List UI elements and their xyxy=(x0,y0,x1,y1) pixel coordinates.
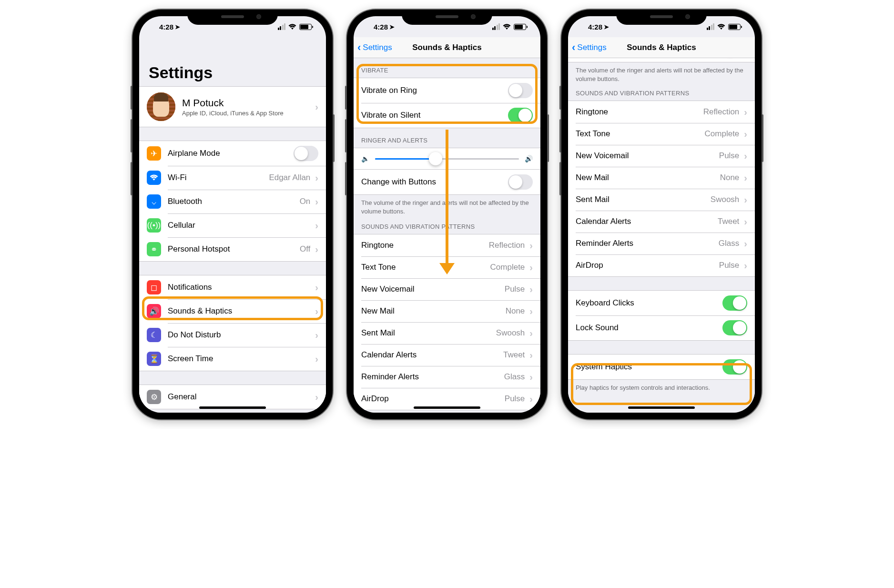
chevron-left-icon: ‹ xyxy=(572,41,575,54)
status-bar: 4:28 ➤ xyxy=(139,16,326,37)
newmail-row[interactable]: New MailNone› xyxy=(354,300,540,322)
calendar-row[interactable]: Calendar AlertsTweet› xyxy=(354,344,540,366)
sentmail-row[interactable]: Sent MailSwoosh› xyxy=(354,322,540,344)
airplane-icon: ✈ xyxy=(147,146,161,161)
volume-slider[interactable] xyxy=(375,158,519,160)
profile-row[interactable]: M Potuck Apple ID, iCloud, iTunes & App … xyxy=(139,87,326,127)
chevron-icon: › xyxy=(744,151,747,162)
airdrop-row[interactable]: AirDropPulse› xyxy=(568,254,755,276)
vibrate-on-silent-row[interactable]: Vibrate on Silent xyxy=(354,103,540,128)
home-indicator[interactable] xyxy=(199,406,266,409)
nav-title: Sounds & Haptics xyxy=(412,43,481,52)
dnd-row[interactable]: ☾ Do Not Disturb › xyxy=(139,323,326,347)
battery-icon xyxy=(514,24,526,30)
keyboard-clicks-row[interactable]: Keyboard Clicks xyxy=(568,291,755,315)
texttone-row[interactable]: Text ToneComplete› xyxy=(354,256,540,278)
wifi-icon xyxy=(503,24,511,30)
section-vibrate: VIBRATE xyxy=(354,58,540,78)
sounds-haptics-row[interactable]: 🔊 Sounds & Haptics › xyxy=(139,299,326,323)
profile-name: M Potuck xyxy=(182,97,284,109)
volume-slider-row[interactable]: 🔈 🔊 xyxy=(354,148,540,170)
notifications-row[interactable]: ◻ Notifications › xyxy=(139,275,326,299)
battery-icon xyxy=(299,24,312,30)
bluetooth-icon: ⌵ xyxy=(147,194,161,209)
screentime-row[interactable]: ⏳ Screen Time › xyxy=(139,347,326,371)
sounds-icon: 🔊 xyxy=(147,304,161,318)
ringer-footer: The volume of the ringer and alerts will… xyxy=(568,62,755,87)
home-indicator[interactable] xyxy=(414,406,480,409)
voicemail-row[interactable]: New VoicemailPulse› xyxy=(568,145,755,167)
chevron-icon: › xyxy=(315,392,318,403)
back-button[interactable]: ‹ Settings xyxy=(357,41,392,54)
sentmail-row[interactable]: Sent MailSwoosh› xyxy=(568,189,755,211)
speaker-high-icon: 🔊 xyxy=(525,155,533,162)
signal-icon xyxy=(707,23,715,30)
texttone-row[interactable]: Text ToneComplete› xyxy=(568,123,755,145)
chevron-icon: › xyxy=(744,129,747,140)
cellular-icon: ((•)) xyxy=(147,218,161,233)
speaker-low-icon: 🔈 xyxy=(361,155,369,162)
chevron-icon: › xyxy=(315,354,318,365)
nav-bar: ‹ Settings Sounds & Haptics xyxy=(568,37,755,58)
chevron-icon: › xyxy=(529,240,533,251)
chevron-icon: › xyxy=(744,260,747,271)
chevron-icon: › xyxy=(315,330,318,341)
airplane-mode-row[interactable]: ✈ Airplane Mode xyxy=(139,141,326,166)
system-haptics-row[interactable]: System Haptics xyxy=(568,355,755,379)
wifi-settings-icon xyxy=(147,171,161,185)
status-time: 4:28 xyxy=(159,23,173,31)
hourglass-icon: ⏳ xyxy=(147,352,161,366)
lock-sound-row[interactable]: Lock Sound xyxy=(568,315,755,340)
nav-title: Sounds & Haptics xyxy=(627,43,696,52)
wifi-icon xyxy=(717,24,725,30)
chevron-icon: › xyxy=(529,350,533,361)
change-buttons-switch[interactable] xyxy=(508,174,533,190)
chevron-icon: › xyxy=(315,282,318,293)
ringtone-row[interactable]: RingtoneReflection› xyxy=(568,101,755,123)
general-row[interactable]: ⚙ General › xyxy=(139,385,326,409)
avatar xyxy=(147,92,175,121)
phone-frame-1: 4:28 ➤ Settings M Potuck Apple ID, iClou… xyxy=(132,10,333,419)
ringtone-row[interactable]: RingtoneReflection› xyxy=(354,234,540,256)
airplane-switch[interactable] xyxy=(294,146,318,161)
chevron-icon: › xyxy=(315,196,318,207)
vibrate-silent-switch[interactable] xyxy=(508,108,533,123)
wifi-icon xyxy=(288,24,296,30)
lock-sound-switch[interactable] xyxy=(722,320,747,335)
back-button[interactable]: ‹ Settings xyxy=(572,41,607,54)
chevron-icon: › xyxy=(529,262,533,273)
change-with-buttons-row[interactable]: Change with Buttons xyxy=(354,170,540,194)
hotspot-row[interactable]: ⚭ Personal Hotspot Off › xyxy=(139,237,326,261)
status-bar: 4:28➤ xyxy=(568,16,755,37)
ringer-footer: The volume of the ringer and alerts will… xyxy=(354,195,540,219)
vibrate-ring-switch[interactable] xyxy=(508,83,533,98)
hotspot-icon: ⚭ xyxy=(147,242,161,256)
section-patterns: SOUNDS AND VIBRATION PATTERNS xyxy=(568,87,755,101)
notifications-icon: ◻ xyxy=(147,280,161,294)
reminder-row[interactable]: Reminder AlertsGlass› xyxy=(568,233,755,254)
system-haptics-switch[interactable] xyxy=(722,359,747,375)
calendar-row[interactable]: Calendar AlertsTweet› xyxy=(568,211,755,233)
change-with-buttons-row[interactable]: Change with Buttons xyxy=(568,58,755,62)
chevron-icon: › xyxy=(529,284,533,295)
chevron-icon: › xyxy=(744,172,747,183)
wifi-row[interactable]: Wi-Fi Edgar Allan › xyxy=(139,166,326,190)
gear-icon: ⚙ xyxy=(147,390,161,404)
page-title: Settings xyxy=(139,37,326,86)
chevron-icon: › xyxy=(744,194,747,205)
bluetooth-row[interactable]: ⌵ Bluetooth On › xyxy=(139,190,326,213)
cellular-row[interactable]: ((•)) Cellular › xyxy=(139,213,326,237)
chevron-icon: › xyxy=(529,328,533,339)
home-indicator[interactable] xyxy=(628,406,695,409)
keyboard-clicks-switch[interactable] xyxy=(722,295,747,311)
haptics-footer: Play haptics for system controls and int… xyxy=(568,380,755,396)
phone-frame-2: 4:28➤ ‹ Settings Sounds & Haptics VIBRAT… xyxy=(347,10,547,419)
signal-icon xyxy=(278,23,286,30)
location-icon: ➤ xyxy=(604,23,609,30)
vibrate-on-ring-row[interactable]: Vibrate on Ring xyxy=(354,78,540,103)
reminder-row[interactable]: Reminder AlertsGlass› xyxy=(354,366,540,388)
chevron-icon: › xyxy=(529,394,533,405)
chevron-icon: › xyxy=(315,244,318,255)
newmail-row[interactable]: New MailNone› xyxy=(568,167,755,189)
voicemail-row[interactable]: New VoicemailPulse› xyxy=(354,278,540,300)
